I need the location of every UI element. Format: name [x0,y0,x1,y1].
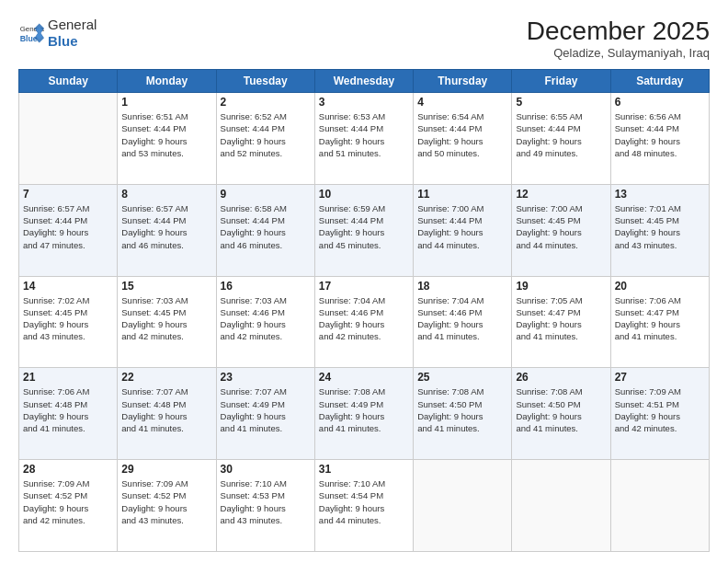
day-number: 30 [221,463,311,476]
table-cell [512,460,610,552]
calendar-week-row: 14Sunrise: 7:02 AM Sunset: 4:45 PM Dayli… [19,276,710,368]
table-cell: 10Sunrise: 6:59 AM Sunset: 4:44 PM Dayli… [314,184,413,276]
day-number: 1 [121,96,211,109]
day-info: Sunrise: 6:57 AM Sunset: 4:44 PM Dayligh… [23,202,113,251]
calendar-week-row: 21Sunrise: 7:06 AM Sunset: 4:48 PM Dayli… [19,368,710,460]
table-cell: 7Sunrise: 6:57 AM Sunset: 4:44 PM Daylig… [19,184,118,276]
table-cell: 16Sunrise: 7:03 AM Sunset: 4:46 PM Dayli… [216,276,314,368]
day-info: Sunrise: 7:00 AM Sunset: 4:45 PM Dayligh… [516,202,606,251]
day-info: Sunrise: 6:51 AM Sunset: 4:44 PM Dayligh… [121,110,211,159]
location: Qeladize, Sulaymaniyah, Iraq [527,46,710,60]
day-info: Sunrise: 6:58 AM Sunset: 4:44 PM Dayligh… [221,202,311,251]
table-cell: 1Sunrise: 6:51 AM Sunset: 4:44 PM Daylig… [118,93,216,185]
day-number: 26 [516,371,606,384]
day-info: Sunrise: 7:10 AM Sunset: 4:54 PM Dayligh… [319,477,409,526]
day-number: 29 [121,463,211,476]
day-number: 13 [615,188,705,201]
day-number: 9 [221,188,311,201]
calendar-week-row: 7Sunrise: 6:57 AM Sunset: 4:44 PM Daylig… [19,184,710,276]
day-number: 21 [23,371,113,384]
table-cell: 6Sunrise: 6:56 AM Sunset: 4:44 PM Daylig… [610,93,709,185]
logo-general-text: General [48,17,97,33]
day-info: Sunrise: 7:05 AM Sunset: 4:47 PM Dayligh… [516,294,606,343]
day-number: 17 [319,280,409,293]
header: General Blue General Blue December 2025 … [18,17,710,60]
logo: General Blue General Blue [18,17,97,50]
day-info: Sunrise: 7:06 AM Sunset: 4:47 PM Dayligh… [615,294,705,343]
table-cell [414,460,512,552]
calendar-table: Sunday Monday Tuesday Wednesday Thursday… [18,69,710,552]
table-cell: 26Sunrise: 7:08 AM Sunset: 4:50 PM Dayli… [512,368,610,460]
day-info: Sunrise: 7:09 AM Sunset: 4:52 PM Dayligh… [121,477,211,526]
day-info: Sunrise: 7:01 AM Sunset: 4:45 PM Dayligh… [615,202,705,251]
col-tuesday: Tuesday [216,70,314,93]
table-cell: 4Sunrise: 6:54 AM Sunset: 4:44 PM Daylig… [414,93,512,185]
table-cell: 13Sunrise: 7:01 AM Sunset: 4:45 PM Dayli… [610,184,709,276]
table-cell: 2Sunrise: 6:52 AM Sunset: 4:44 PM Daylig… [216,93,314,185]
col-wednesday: Wednesday [314,70,413,93]
table-cell: 15Sunrise: 7:03 AM Sunset: 4:45 PM Dayli… [118,276,216,368]
table-cell: 14Sunrise: 7:02 AM Sunset: 4:45 PM Dayli… [19,276,118,368]
day-number: 15 [121,280,211,293]
day-number: 31 [319,463,409,476]
calendar-week-row: 1Sunrise: 6:51 AM Sunset: 4:44 PM Daylig… [19,93,710,185]
day-number: 4 [417,96,507,109]
table-cell: 3Sunrise: 6:53 AM Sunset: 4:44 PM Daylig… [314,93,413,185]
day-info: Sunrise: 7:06 AM Sunset: 4:48 PM Dayligh… [23,385,113,434]
table-cell: 23Sunrise: 7:07 AM Sunset: 4:49 PM Dayli… [216,368,314,460]
day-number: 28 [23,463,113,476]
table-cell: 19Sunrise: 7:05 AM Sunset: 4:47 PM Dayli… [512,276,610,368]
day-number: 23 [221,371,311,384]
day-number: 2 [221,96,311,109]
col-saturday: Saturday [610,70,709,93]
table-cell: 20Sunrise: 7:06 AM Sunset: 4:47 PM Dayli… [610,276,709,368]
day-info: Sunrise: 6:57 AM Sunset: 4:44 PM Dayligh… [121,202,211,251]
day-number: 10 [319,188,409,201]
col-friday: Friday [512,70,610,93]
table-cell [610,460,709,552]
col-monday: Monday [118,70,216,93]
calendar-header-row: Sunday Monday Tuesday Wednesday Thursday… [19,70,710,93]
table-cell: 9Sunrise: 6:58 AM Sunset: 4:44 PM Daylig… [216,184,314,276]
table-cell: 29Sunrise: 7:09 AM Sunset: 4:52 PM Dayli… [118,460,216,552]
table-cell [19,93,118,185]
month-year: December 2025 [527,17,710,46]
day-number: 20 [615,280,705,293]
table-cell: 21Sunrise: 7:06 AM Sunset: 4:48 PM Dayli… [19,368,118,460]
day-info: Sunrise: 7:07 AM Sunset: 4:48 PM Dayligh… [121,385,211,434]
day-info: Sunrise: 7:04 AM Sunset: 4:46 PM Dayligh… [319,294,409,343]
day-number: 3 [319,96,409,109]
table-cell: 17Sunrise: 7:04 AM Sunset: 4:46 PM Dayli… [314,276,413,368]
table-cell: 31Sunrise: 7:10 AM Sunset: 4:54 PM Dayli… [314,460,413,552]
table-cell: 25Sunrise: 7:08 AM Sunset: 4:50 PM Dayli… [414,368,512,460]
day-info: Sunrise: 6:59 AM Sunset: 4:44 PM Dayligh… [319,202,409,251]
day-number: 24 [319,371,409,384]
page: General Blue General Blue December 2025 … [0,0,728,563]
day-number: 18 [417,280,507,293]
table-cell: 27Sunrise: 7:09 AM Sunset: 4:51 PM Dayli… [610,368,709,460]
title-block: December 2025 Qeladize, Sulaymaniyah, Ir… [527,17,710,60]
day-info: Sunrise: 7:04 AM Sunset: 4:46 PM Dayligh… [417,294,507,343]
day-info: Sunrise: 7:09 AM Sunset: 4:52 PM Dayligh… [23,477,113,526]
day-number: 25 [417,371,507,384]
col-sunday: Sunday [19,70,118,93]
day-info: Sunrise: 7:00 AM Sunset: 4:44 PM Dayligh… [417,202,507,251]
table-cell: 22Sunrise: 7:07 AM Sunset: 4:48 PM Dayli… [118,368,216,460]
day-info: Sunrise: 6:52 AM Sunset: 4:44 PM Dayligh… [221,110,311,159]
day-number: 5 [516,96,606,109]
day-number: 6 [615,96,705,109]
day-info: Sunrise: 7:07 AM Sunset: 4:49 PM Dayligh… [221,385,311,434]
day-number: 27 [615,371,705,384]
day-info: Sunrise: 6:55 AM Sunset: 4:44 PM Dayligh… [516,110,606,159]
day-info: Sunrise: 7:10 AM Sunset: 4:53 PM Dayligh… [221,477,311,526]
table-cell: 28Sunrise: 7:09 AM Sunset: 4:52 PM Dayli… [19,460,118,552]
table-cell: 12Sunrise: 7:00 AM Sunset: 4:45 PM Dayli… [512,184,610,276]
day-number: 7 [23,188,113,201]
table-cell: 5Sunrise: 6:55 AM Sunset: 4:44 PM Daylig… [512,93,610,185]
col-thursday: Thursday [414,70,512,93]
table-cell: 18Sunrise: 7:04 AM Sunset: 4:46 PM Dayli… [414,276,512,368]
day-info: Sunrise: 7:03 AM Sunset: 4:46 PM Dayligh… [221,294,311,343]
day-info: Sunrise: 7:02 AM Sunset: 4:45 PM Dayligh… [23,294,113,343]
day-number: 19 [516,280,606,293]
day-number: 8 [121,188,211,201]
